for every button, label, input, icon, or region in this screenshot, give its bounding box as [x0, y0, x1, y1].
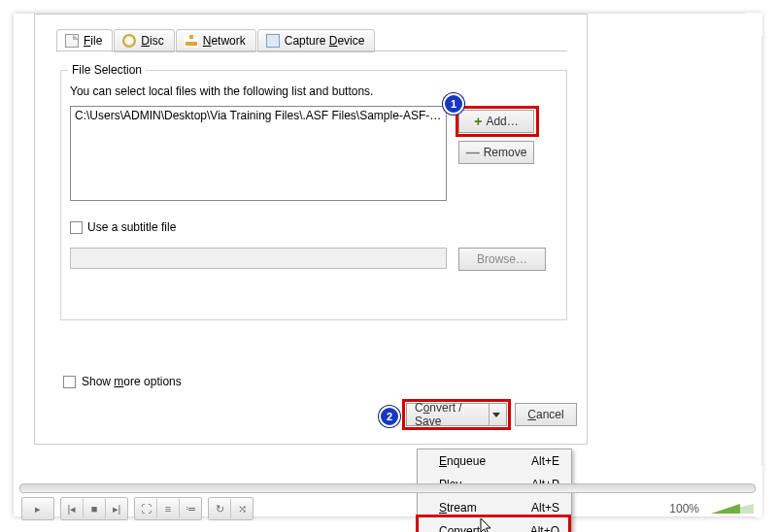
remove-button-label: Remove — [484, 146, 527, 159]
subtitle-checkbox-label: Use a subtitle file — [87, 220, 176, 234]
random-button[interactable]: ⤭ — [231, 498, 253, 519]
tab-network[interactable]: Network — [176, 29, 256, 52]
loop-button[interactable]: ↻ — [209, 498, 231, 519]
tab-bar: File Disc Network Capture Device — [56, 28, 376, 51]
menu-item-label: Convert — [439, 524, 480, 532]
playlist-button[interactable]: ≔ — [180, 498, 201, 519]
remove-button[interactable]: — Remove — [458, 141, 534, 164]
menu-item-enqueue[interactable]: Enqueue Alt+E — [418, 449, 571, 473]
browse-button-label: Browse… — [477, 252, 527, 266]
cancel-button-label: Cancel — [527, 408, 563, 421]
group-title: File Selection — [68, 63, 146, 77]
tab-capture[interactable]: Capture Device — [257, 29, 376, 52]
cancel-button[interactable]: Cancel — [515, 403, 577, 426]
player-loop-group: ↻ ⤭ — [208, 497, 253, 520]
file-list-item[interactable]: C:\Users\ADMIN\Desktop\Via Training File… — [75, 109, 442, 122]
tab-disc[interactable]: Disc — [114, 29, 174, 52]
add-button[interactable]: + Add… — [458, 110, 534, 133]
subtitle-checkbox[interactable] — [70, 221, 83, 234]
tab-file-label: File — [84, 34, 102, 48]
network-icon — [185, 34, 198, 48]
subtitle-checkbox-row[interactable]: Use a subtitle file — [70, 220, 176, 234]
volume-slider[interactable] — [711, 504, 754, 514]
file-selection-group: File Selection You can select local file… — [60, 70, 567, 320]
browse-button: Browse… — [458, 248, 546, 271]
tab-capture-label: Capture Device — [285, 34, 365, 48]
seek-track[interactable] — [19, 483, 756, 493]
add-button-label: Add… — [486, 115, 518, 128]
more-options-row[interactable]: Show more options — [63, 375, 182, 388]
player-nav-group: |◂ ■ ▸| — [60, 497, 128, 520]
menu-item-shortcut: Alt+E — [531, 454, 559, 468]
app-frame: File Disc Network Capture Device File Se… — [14, 14, 761, 516]
volume-label: 100% — [669, 502, 699, 515]
disc-icon — [122, 34, 136, 48]
chevron-down-icon — [492, 413, 500, 417]
menu-item-convert[interactable]: Convert Alt+O — [418, 519, 571, 532]
convert-save-dropdown-arrow[interactable] — [489, 404, 502, 425]
more-options-checkbox[interactable] — [63, 376, 76, 388]
frame-corner-cut — [745, 13, 762, 36]
tab-separator — [56, 50, 567, 51]
file-icon — [65, 34, 79, 48]
annotation-badge-2: 2 — [379, 406, 400, 427]
stop-button[interactable]: ■ — [84, 498, 106, 519]
player-seek-area[interactable] — [14, 475, 761, 498]
tab-file[interactable]: File — [56, 29, 113, 52]
fullscreen-button[interactable]: ⛶ — [135, 498, 157, 519]
prev-button[interactable]: |◂ — [61, 498, 84, 519]
menu-item-shortcut: Alt+O — [530, 524, 559, 532]
annotation-badge-1: 1 — [443, 93, 464, 115]
capture-icon — [266, 34, 280, 48]
tab-network-label: Network — [203, 34, 246, 48]
convert-save-button[interactable]: Convert / Save — [406, 403, 507, 426]
tab-disc-label: Disc — [141, 34, 163, 48]
minus-icon: — — [466, 148, 480, 157]
player-view-group: ⛶ ≡ ≔ — [134, 497, 202, 520]
more-options-label: Show more options — [82, 375, 182, 388]
next-button[interactable]: ▸| — [106, 498, 127, 519]
menu-item-label: Enqueue — [439, 454, 486, 468]
ext-button[interactable]: ≡ — [157, 498, 180, 519]
file-list[interactable]: C:\Users\ADMIN\Desktop\Via Training File… — [70, 106, 447, 201]
player-control-bar: ▸ |◂ ■ ▸| ⛶ ≡ ≔ ↻ ⤭ 100% — [14, 501, 761, 516]
open-media-dialog: File Disc Network Capture Device File Se… — [34, 14, 588, 445]
convert-save-label: Convert / Save — [415, 401, 485, 428]
play-button[interactable]: ▸ — [21, 497, 54, 520]
file-selection-hint: You can select local files with the foll… — [70, 84, 373, 98]
subtitle-path-input — [70, 248, 447, 269]
plus-icon: + — [474, 116, 482, 126]
